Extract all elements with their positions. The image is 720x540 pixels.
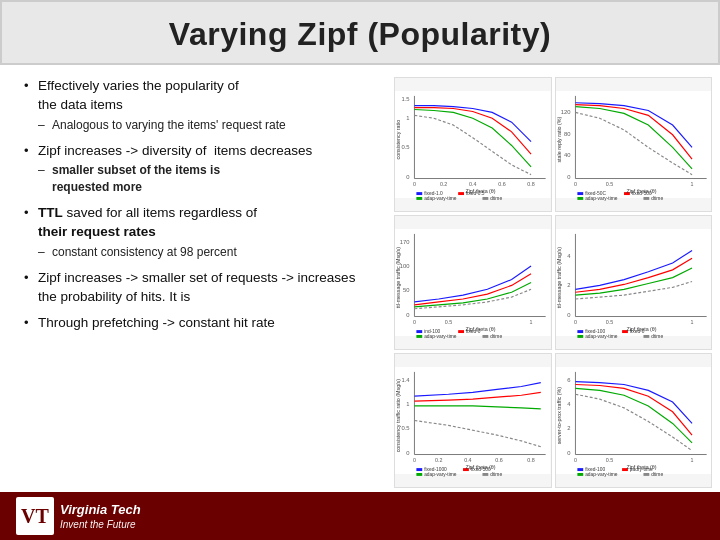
bullet-text: Through prefetching -> constant hit rate xyxy=(38,315,275,330)
svg-text:2: 2 xyxy=(567,425,570,431)
svg-text:0.2: 0.2 xyxy=(435,457,442,463)
sub-list-item: constant consistency at 98 percent xyxy=(38,244,374,261)
svg-text:dtime: dtime xyxy=(651,334,663,339)
chart-top-right: 0 40 80 120 0 0.5 1 fixed-50C fixed-500 xyxy=(555,77,713,212)
svg-text:adap-vary-time: adap-vary-time xyxy=(424,196,457,201)
svg-text:0.6: 0.6 xyxy=(498,181,505,187)
svg-text:0.5: 0.5 xyxy=(445,319,452,325)
svg-text:170: 170 xyxy=(400,239,410,245)
svg-text:0: 0 xyxy=(413,457,416,463)
svg-text:0.5: 0.5 xyxy=(605,457,612,463)
footer-text: Virginia Tech Invent the Future xyxy=(60,502,141,530)
svg-text:Zipf theta (θ): Zipf theta (θ) xyxy=(465,464,495,470)
svg-rect-77 xyxy=(643,335,649,338)
footer: VT Virginia Tech Invent the Future xyxy=(0,492,720,540)
svg-text:adap-vary-time: adap-vary-time xyxy=(585,472,618,477)
svg-text:0.5: 0.5 xyxy=(401,144,409,150)
svg-rect-16 xyxy=(416,197,422,200)
svg-text:0.5: 0.5 xyxy=(605,181,612,187)
svg-rect-52 xyxy=(416,330,422,333)
svg-text:adap-vary-time: adap-vary-time xyxy=(585,334,618,339)
list-item: Zipf increases -> diversity of items dec… xyxy=(24,142,374,196)
content-area: Effectively varies the popularity of the… xyxy=(0,65,720,492)
svg-text:0.8: 0.8 xyxy=(527,457,534,463)
svg-text:40: 40 xyxy=(564,152,571,158)
svg-rect-54 xyxy=(458,330,464,333)
logo-box: VT xyxy=(16,497,54,535)
svg-text:0: 0 xyxy=(413,181,416,187)
chart-svg: 0 0.5 1 1.5 0 0.2 0.4 0.6 0.8 xyxy=(395,78,551,211)
svg-rect-38 xyxy=(643,197,649,200)
svg-rect-97 xyxy=(416,473,422,476)
svg-text:adap-vary-time: adap-vary-time xyxy=(424,472,457,477)
svg-text:0.4: 0.4 xyxy=(464,457,471,463)
svg-text:Zipf theta (θ): Zipf theta (θ) xyxy=(626,464,656,470)
svg-text:1.5: 1.5 xyxy=(401,96,409,102)
chart-top-left: 0 0.5 1 1.5 0 0.2 0.4 0.6 0.8 xyxy=(394,77,552,212)
svg-text:100: 100 xyxy=(400,263,410,269)
footer-logo: VT Virginia Tech Invent the Future xyxy=(16,497,141,535)
svg-text:Zipf theta (θ): Zipf theta (θ) xyxy=(465,188,495,194)
list-item: Through prefetching -> constant hit rate xyxy=(24,314,374,333)
svg-text:Zipf theta (θ): Zipf theta (θ) xyxy=(465,326,495,332)
svg-rect-58 xyxy=(482,335,488,338)
svg-text:1: 1 xyxy=(406,115,409,121)
svg-text:1.4: 1.4 xyxy=(401,377,410,383)
bullet-text: TTL saved for all items regardless of th… xyxy=(38,205,257,239)
svg-text:Zipf theta (θ): Zipf theta (θ) xyxy=(626,188,656,194)
svg-rect-75 xyxy=(577,335,583,338)
text-column: Effectively varies the popularity of the… xyxy=(0,73,390,492)
chart-svg: 0 2 4 6 0 0.5 1 fixed-100 padry-time xyxy=(556,354,712,487)
bullet-text: Zipf increases -> smaller set of request… xyxy=(38,270,355,304)
list-item: Zipf increases -> smaller set of request… xyxy=(24,269,374,307)
svg-text:0.4: 0.4 xyxy=(469,181,476,187)
sub-list-item: Analogous to varying the items' request … xyxy=(38,117,374,134)
svg-text:dtime: dtime xyxy=(490,472,502,477)
bullet-text: Zipf increases -> diversity of items dec… xyxy=(38,143,312,158)
svg-text:consistency ratio: consistency ratio xyxy=(395,120,401,160)
svg-text:stale reply ratio (%): stale reply ratio (%) xyxy=(556,116,562,162)
list-item: Effectively varies the popularity of the… xyxy=(24,77,374,134)
svg-text:ttl-message traffic (Msg/s): ttl-message traffic (Msg/s) xyxy=(395,247,401,308)
chart-svg: 0 50 100 170 0 0.5 1 ind-100 fixed-0 xyxy=(395,216,551,349)
svg-rect-99 xyxy=(482,473,488,476)
svg-rect-113 xyxy=(577,468,583,471)
footer-tagline: Invent the Future xyxy=(60,519,141,530)
svg-rect-36 xyxy=(577,197,583,200)
svg-text:dtime: dtime xyxy=(651,472,663,477)
svg-text:dtime: dtime xyxy=(490,334,502,339)
svg-rect-18 xyxy=(482,197,488,200)
svg-text:0.5: 0.5 xyxy=(401,425,409,431)
chart-bot-left: 0 0.5 1 1.4 0 0.2 0.4 0.6 0.8 fixed-1000 xyxy=(394,353,552,488)
svg-text:80: 80 xyxy=(564,131,571,137)
chart-mid-left: 0 50 100 170 0 0.5 1 ind-100 fixed-0 xyxy=(394,215,552,350)
svg-rect-119 xyxy=(643,473,649,476)
vt-monogram: VT xyxy=(21,505,49,528)
svg-text:ttl-message traffic (Msg/s): ttl-message traffic (Msg/s) xyxy=(556,247,562,308)
svg-rect-71 xyxy=(577,330,583,333)
svg-text:1: 1 xyxy=(406,401,409,407)
chart-bot-right: 0 2 4 6 0 0.5 1 fixed-100 padry-time xyxy=(555,353,713,488)
svg-text:0.5: 0.5 xyxy=(605,319,612,325)
svg-text:0: 0 xyxy=(413,319,416,325)
title-bar: Varying Zipf (Popularity) xyxy=(0,0,720,65)
svg-rect-32 xyxy=(577,192,583,195)
sub-list-item: smaller subset of the items is requested… xyxy=(38,162,374,196)
svg-text:1: 1 xyxy=(690,319,693,325)
svg-rect-56 xyxy=(416,335,422,338)
chart-mid-right: 0 2 4 0 0.5 1 fixed-100 fixed-0 adap-var… xyxy=(555,215,713,350)
charts-column: 0 0.5 1 1.5 0 0.2 0.4 0.6 0.8 xyxy=(390,73,720,492)
svg-text:dtime: dtime xyxy=(651,196,663,201)
svg-text:dtime: dtime xyxy=(490,196,502,201)
svg-text:1: 1 xyxy=(690,181,693,187)
svg-rect-93 xyxy=(416,468,422,471)
svg-text:0.2: 0.2 xyxy=(440,181,447,187)
svg-rect-14 xyxy=(458,192,464,195)
svg-text:0.6: 0.6 xyxy=(495,457,502,463)
chart-svg: 0 40 80 120 0 0.5 1 fixed-50C fixed-500 xyxy=(556,78,712,211)
svg-text:1: 1 xyxy=(530,319,533,325)
svg-text:0: 0 xyxy=(573,319,576,325)
svg-text:0.8: 0.8 xyxy=(527,181,534,187)
svg-rect-103 xyxy=(556,367,712,474)
svg-text:0: 0 xyxy=(573,457,576,463)
